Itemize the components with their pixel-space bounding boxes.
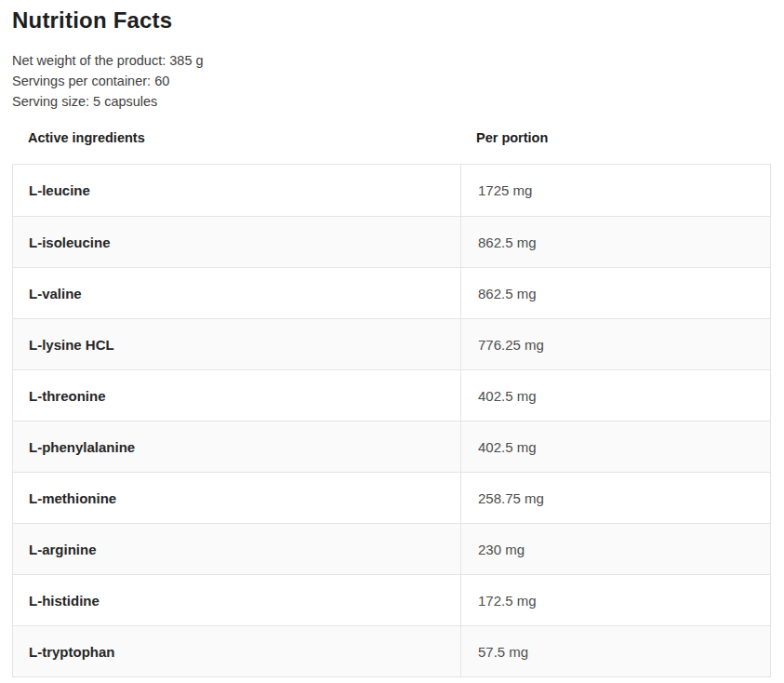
table-row: L-threonine 402.5 mg bbox=[13, 369, 770, 421]
ingredient-amount: 776.25 mg bbox=[460, 319, 770, 369]
ingredient-amount: 230 mg bbox=[460, 524, 770, 574]
table-row: L-leucine 1725 mg bbox=[13, 165, 770, 216]
column-header-active-ingredients: Active ingredients bbox=[12, 130, 459, 145]
table-row: L-lysine HCL 776.25 mg bbox=[13, 318, 770, 369]
ingredient-amount: 862.5 mg bbox=[460, 217, 770, 267]
table-row: L-valine 862.5 mg bbox=[13, 267, 770, 318]
ingredient-name: L-tryptophan bbox=[13, 626, 460, 676]
table-row: L-methionine 258.75 mg bbox=[13, 472, 770, 523]
ingredient-name: L-methionine bbox=[13, 473, 460, 523]
table-header-row: Active ingredients Per portion bbox=[12, 130, 771, 164]
servings-per-container-text: Servings per container: 60 bbox=[12, 71, 771, 91]
product-meta: Net weight of the product: 385 g Serving… bbox=[12, 50, 771, 112]
table-row: L-isoleucine 862.5 mg bbox=[13, 216, 770, 267]
ingredient-name: L-histidine bbox=[13, 575, 460, 625]
ingredient-amount: 57.5 mg bbox=[460, 626, 770, 676]
table-row: L-phenylalanine 402.5 mg bbox=[13, 421, 770, 472]
ingredient-name: L-valine bbox=[13, 268, 460, 318]
ingredient-name: L-leucine bbox=[13, 165, 460, 216]
table-row: L-tryptophan 57.5 mg bbox=[13, 625, 770, 676]
serving-size-text: Serving size: 5 capsules bbox=[12, 91, 771, 112]
ingredient-name: L-phenylalanine bbox=[13, 422, 460, 472]
ingredients-table: L-leucine 1725 mg L-isoleucine 862.5 mg … bbox=[12, 164, 771, 677]
ingredient-amount: 172.5 mg bbox=[460, 575, 770, 625]
ingredient-amount: 402.5 mg bbox=[460, 370, 770, 421]
net-weight-text: Net weight of the product: 385 g bbox=[12, 50, 771, 71]
page-title: Nutrition Facts bbox=[12, 7, 771, 33]
ingredient-amount: 402.5 mg bbox=[460, 422, 770, 472]
table-row: L-arginine 230 mg bbox=[13, 523, 770, 574]
column-header-per-portion: Per portion bbox=[459, 130, 771, 145]
ingredient-amount: 862.5 mg bbox=[460, 268, 770, 318]
ingredient-name: L-lysine HCL bbox=[13, 319, 460, 369]
ingredient-name: L-threonine bbox=[13, 370, 460, 421]
ingredient-name: L-isoleucine bbox=[13, 217, 460, 267]
table-row: L-histidine 172.5 mg bbox=[13, 574, 770, 625]
nutrition-facts-panel: Nutrition Facts Net weight of the produc… bbox=[0, 0, 784, 677]
ingredient-amount: 1725 mg bbox=[460, 165, 770, 216]
ingredient-amount: 258.75 mg bbox=[460, 473, 770, 523]
ingredient-name: L-arginine bbox=[13, 524, 460, 574]
